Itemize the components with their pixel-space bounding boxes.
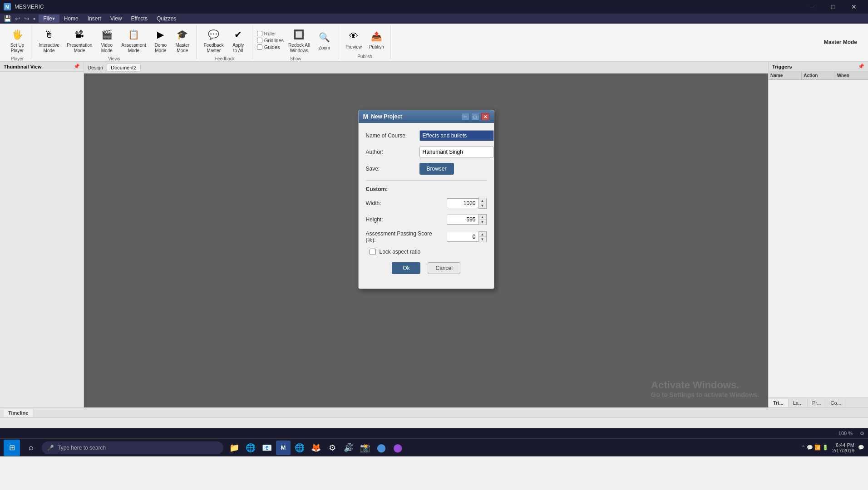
redo-btn[interactable]: ↪ (22, 14, 31, 23)
height-down-button[interactable]: ▼ (479, 220, 486, 225)
triggers-tab[interactable]: Tri... (769, 399, 789, 407)
menu-home[interactable]: Home (59, 15, 83, 23)
taskbar-firefox-icon[interactable]: 🦊 (309, 441, 323, 455)
width-up-button[interactable]: ▲ (479, 198, 486, 203)
height-up-button[interactable]: ▲ (479, 215, 486, 220)
title-bar-controls[interactable]: ─ □ ✕ (802, 0, 864, 14)
width-input[interactable] (447, 198, 478, 208)
app-icon: M (4, 3, 11, 10)
dialog-close-button[interactable]: ✕ (481, 113, 489, 120)
guides-checkbox-row: Guides (257, 44, 284, 50)
taskbar-mesmeric-icon[interactable]: M (276, 441, 291, 455)
dialog-title-controls[interactable]: ─ □ ✕ (461, 113, 489, 120)
menu-insert[interactable]: Insert (83, 15, 106, 23)
author-input[interactable] (419, 147, 494, 157)
start-button[interactable]: ⊞ (4, 440, 20, 456)
menu-view[interactable]: View (106, 15, 127, 23)
guides-checkbox[interactable] (257, 44, 262, 50)
video-mode-button[interactable]: 🎬 VideoMode (97, 25, 117, 55)
master-mode-label: MasterMode (175, 43, 189, 54)
ruler-label: Ruler (264, 31, 276, 36)
dialog-title-bar: M New Project ─ □ ✕ (359, 110, 494, 123)
taskbar-blue-icon[interactable]: ⬤ (374, 441, 389, 455)
document-tab[interactable]: Document2 (107, 64, 140, 72)
triggers-body (769, 80, 868, 397)
demo-mode-button[interactable]: ▶ DemoMode (151, 25, 171, 55)
timeline-tab[interactable]: Timeline (4, 409, 33, 417)
score-field: Assessment Passing Score (%): ▲ ▼ (366, 230, 487, 243)
quick-btn4[interactable]: ▪ (31, 14, 37, 23)
controls-tab[interactable]: Co... (826, 399, 846, 407)
ruler-checkbox[interactable] (257, 31, 262, 36)
maximize-button[interactable]: □ (823, 0, 843, 14)
dialog-maximize-button[interactable]: □ (471, 113, 479, 120)
ribbon-group-publish: 👁 Preview 📤 Publish Publish (339, 25, 390, 59)
thumbnail-panel-pin-icon[interactable]: 📌 (74, 64, 80, 69)
width-down-button[interactable]: ▼ (479, 203, 486, 208)
player-setup-button[interactable]: 🖐 Set UpPlayer (7, 25, 27, 55)
taskbar-search-icon[interactable]: ⌕ (24, 441, 38, 455)
app-title: MESMERIC (15, 4, 44, 10)
taskbar-files-icon[interactable]: 📁 (227, 441, 242, 455)
ok-button[interactable]: Ok (392, 262, 420, 274)
layers-tab[interactable]: La... (789, 399, 808, 407)
left-panel: Thumbnail View 📌 (0, 62, 84, 407)
triggers-panel-pin-icon[interactable]: 📌 (858, 64, 864, 69)
undo-btn[interactable]: ↩ (13, 14, 22, 23)
minimize-button[interactable]: ─ (802, 0, 823, 14)
taskbar-audio-icon[interactable]: 🔊 (341, 441, 356, 455)
author-field: Author: (366, 147, 487, 157)
taskbar-settings-icon[interactable]: ⚙ (325, 441, 340, 455)
feedback-master-button[interactable]: 💬 FeedbackMaster (201, 25, 227, 55)
presentation-mode-button[interactable]: 📽 PresentationMode (64, 25, 95, 55)
apply-to-all-button[interactable]: ✔ Applyto All (228, 25, 248, 55)
gridlines-checkbox[interactable] (257, 38, 262, 43)
taskbar-globe-icon[interactable]: 🌐 (292, 441, 307, 455)
publish-button[interactable]: 📤 Publish (366, 27, 387, 52)
score-input[interactable] (447, 232, 478, 242)
checkboxes-group: Ruler Gridlines Guides (257, 30, 284, 50)
publish-icon: 📤 (369, 29, 384, 44)
lock-aspect-checkbox[interactable] (370, 249, 376, 255)
feedback-master-icon: 💬 (207, 27, 221, 42)
preview-button[interactable]: 👁 Preview (343, 27, 365, 52)
notification-icon[interactable]: 💬 (858, 445, 864, 451)
taskbar-mail-icon[interactable]: 📧 (260, 441, 274, 455)
course-name-input[interactable] (419, 130, 494, 141)
properties-tab[interactable]: Pr... (808, 399, 826, 407)
assessment-mode-button[interactable]: 📋 AssessmentMode (118, 25, 148, 55)
ribbon-group-player: 🖐 Set UpPlayer Player (4, 25, 31, 59)
assessment-mode-icon: 📋 (127, 27, 141, 42)
interactive-mode-button[interactable]: 🖱 InteractiveMode (36, 25, 62, 55)
taskbar-camera-icon[interactable]: 📸 (358, 441, 372, 455)
taskbar-ie-icon[interactable]: 🌐 (243, 441, 258, 455)
presentation-mode-icon: 📽 (72, 27, 87, 42)
dialog-minimize-button[interactable]: ─ (461, 113, 469, 120)
zoom-button[interactable]: 🔍 Zoom (314, 28, 334, 53)
height-input[interactable] (447, 215, 478, 225)
cancel-button[interactable]: Cancel (428, 262, 460, 274)
taskbar-search-bar[interactable]: 🎤 Type here to search (42, 441, 223, 454)
score-down-button[interactable]: ▼ (479, 237, 486, 242)
taskbar-search-mic-icon: 🎤 (47, 445, 54, 451)
width-input-container: ▲ ▼ (447, 198, 487, 209)
status-bar: 100 % ⚙ (0, 428, 868, 438)
interactive-mode-icon: 🖱 (42, 27, 56, 42)
player-group-label: Player (11, 56, 24, 61)
system-tray-icons: ⌃ 💬 📶 🔋 (801, 445, 829, 451)
close-button[interactable]: ✕ (843, 0, 864, 14)
triggers-col-name: Name (769, 72, 802, 79)
taskbar-purple-icon[interactable]: ⬤ (390, 441, 405, 455)
master-mode-button[interactable]: 🎓 MasterMode (173, 25, 192, 55)
score-up-button[interactable]: ▲ (479, 232, 486, 237)
menu-file[interactable]: File▾ (39, 15, 59, 23)
presentation-mode-label: PresentationMode (67, 43, 92, 54)
height-input-container: ▲ ▼ (447, 214, 487, 225)
menu-quizzes[interactable]: Quizzes (152, 15, 181, 23)
redock-all-button[interactable]: 🔲 Redock AllWindows (286, 25, 312, 55)
course-name-field: Name of Course: (366, 130, 487, 141)
menu-effects[interactable]: Effects (126, 15, 152, 23)
save-quick-btn[interactable]: 💾 (2, 14, 13, 23)
feedback-master-label: FeedbackMaster (204, 43, 224, 54)
browser-button[interactable]: Browser (419, 163, 454, 175)
